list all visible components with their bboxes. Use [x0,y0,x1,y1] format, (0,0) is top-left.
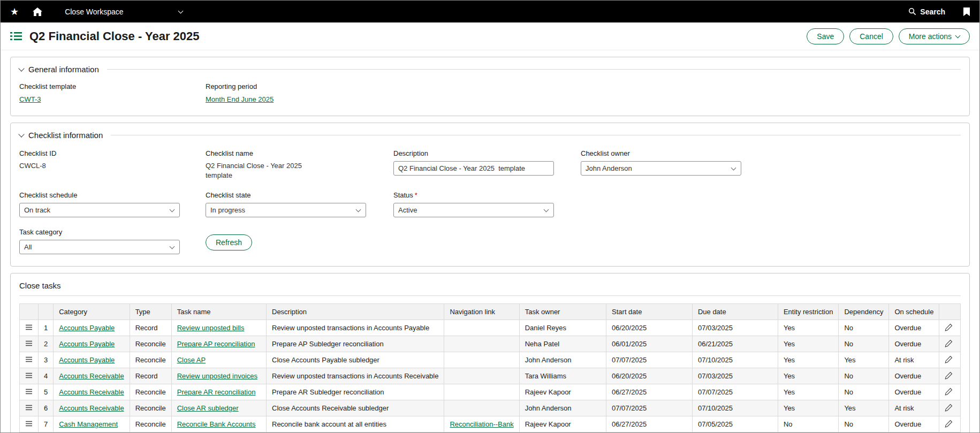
table-row: 3 Accounts Payable Reconcile Close AP Cl… [20,352,961,368]
task-name-link[interactable]: Prepare AR reconciliation [177,388,256,396]
task-owner-cell: Tara Williams [519,368,606,384]
task-name-link[interactable]: Close AR subledger [177,404,239,412]
edit-task-button[interactable] [945,420,953,428]
task-name-cell: Prepare AR reconciliation [171,384,266,400]
navigation-link-cell [444,320,519,336]
more-actions-button[interactable]: More actions [899,28,970,44]
edit-cell [939,368,961,384]
edit-column-header [939,304,961,320]
category-link[interactable]: Accounts Payable [59,340,115,348]
drag-handle[interactable] [25,389,33,394]
drag-handle[interactable] [25,421,33,427]
checklist-owner-select[interactable]: John Anderson [581,161,741,176]
navigation-link-cell: Reconciliation--Bank [444,416,519,432]
navigation-link-cell [444,384,519,400]
table-row: 4 Accounts Receivable Record Review unpo… [20,368,961,384]
category-link[interactable]: Accounts Receivable [59,404,124,412]
bookmark-button[interactable] [963,7,970,16]
category-link[interactable]: Accounts Payable [59,324,115,332]
home-button[interactable] [33,7,42,16]
on-schedule-cell: At risk [889,400,939,416]
section-title: General information [28,65,99,74]
column-header-task-owner: Task owner [519,304,606,320]
drag-handle-cell [20,320,39,336]
start-date-cell: 07/07/2025 [606,400,693,416]
description-cell: Close Accounts Receivable subledger [267,400,444,416]
column-header-navigation-link: Navigation link [444,304,519,320]
drag-handle[interactable] [25,356,33,362]
star-icon: ★ [10,7,19,17]
edit-task-button[interactable] [945,388,953,396]
task-category-select[interactable]: All [19,240,180,254]
drag-handle-icon [25,373,33,378]
table-row: 6 Accounts Receivable Reconcile Close AR… [20,400,961,416]
general-information-header[interactable]: General information [19,65,961,74]
drag-handle[interactable] [25,324,33,330]
task-owner-cell: Rajeev Kapoor [519,416,606,432]
drag-handle[interactable] [25,373,33,378]
favorite-star-button[interactable]: ★ [10,7,19,17]
edit-task-button[interactable] [945,404,953,412]
edit-task-button[interactable] [945,339,953,347]
column-header-entity-restriction: Entity restriction [778,304,838,320]
drag-handle[interactable] [25,405,33,411]
status-select[interactable]: Active [393,203,554,217]
table-row: 5 Accounts Receivable Reconcile Prepare … [20,384,961,400]
category-link[interactable]: Cash Management [59,420,118,428]
dependency-cell: No [839,368,889,384]
pencil-icon [945,323,953,331]
entity-restriction-cell: Yes [778,384,838,400]
task-name-link[interactable]: Review unposted invoices [177,372,257,380]
more-actions-label: More actions [909,32,952,41]
task-category-label: Task category [19,228,206,236]
checklist-menu-button[interactable] [10,32,22,41]
checklist-list-icon [10,32,22,41]
section-rule [111,135,961,135]
search-button[interactable]: Search [908,7,945,16]
checklist-schedule-select[interactable]: On track [19,203,180,217]
category-link[interactable]: Accounts Payable [59,356,115,364]
number-column-header [39,304,54,320]
checklist-owner-value: John Anderson [586,164,632,172]
category-link[interactable]: Accounts Receivable [59,372,124,380]
start-date-cell: 06/20/2025 [606,320,693,336]
field-checklist-name: Checklist name Q2 Financial Close - Year… [206,149,393,180]
table-row: 7 Cash Management Reconcile Reconcile Ba… [20,416,961,432]
description-input[interactable] [393,161,554,176]
field-description: Description [393,149,581,176]
checklist-template-link[interactable]: CWT-3 [19,95,41,103]
edit-cell [939,336,961,352]
workspace-selector[interactable]: Close Workspace [65,7,183,16]
entity-restriction-cell: Yes [778,336,838,352]
task-owner-cell: Neha Patel [519,336,606,352]
description-cell: Prepare AP Subledger reconciliation [267,336,444,352]
reporting-period-link[interactable]: Month End June 2025 [206,95,274,103]
checklist-information-header[interactable]: Checklist information [19,131,961,140]
column-header-start-date: Start date [606,304,693,320]
on-schedule-cell: At risk [889,352,939,368]
chevron-down-icon [170,244,175,249]
field-checklist-owner: Checklist owner John Anderson [581,149,961,176]
category-link[interactable]: Accounts Receivable [59,388,124,396]
task-name-link[interactable]: Close AP [177,356,206,364]
task-owner-cell: Rajeev Kapoor [519,384,606,400]
task-name-link[interactable]: Prepare AP reconciliation [177,340,255,348]
type-cell: Reconcile [130,336,171,352]
task-name-link[interactable]: Reconcile Bank Accounts [177,420,256,428]
refresh-button[interactable]: Refresh [206,234,252,250]
checklist-state-select[interactable]: In progress [206,203,366,217]
navigation-link[interactable]: Reconciliation--Bank [450,420,513,428]
drag-handle[interactable] [25,340,33,346]
drag-handle-icon [25,356,33,362]
cancel-button[interactable]: Cancel [849,28,893,44]
dependency-cell: No [839,336,889,352]
column-header-category: Category [54,304,130,320]
edit-task-button[interactable] [945,371,953,379]
row-number-cell: 4 [39,368,54,384]
save-button[interactable]: Save [807,28,844,44]
task-name-link[interactable]: Review unposted bills [177,324,245,332]
edit-task-button[interactable] [945,355,953,363]
edit-cell [939,384,961,400]
field-checklist-id: Checklist ID CWCL-8 [19,149,206,171]
edit-task-button[interactable] [945,323,953,331]
